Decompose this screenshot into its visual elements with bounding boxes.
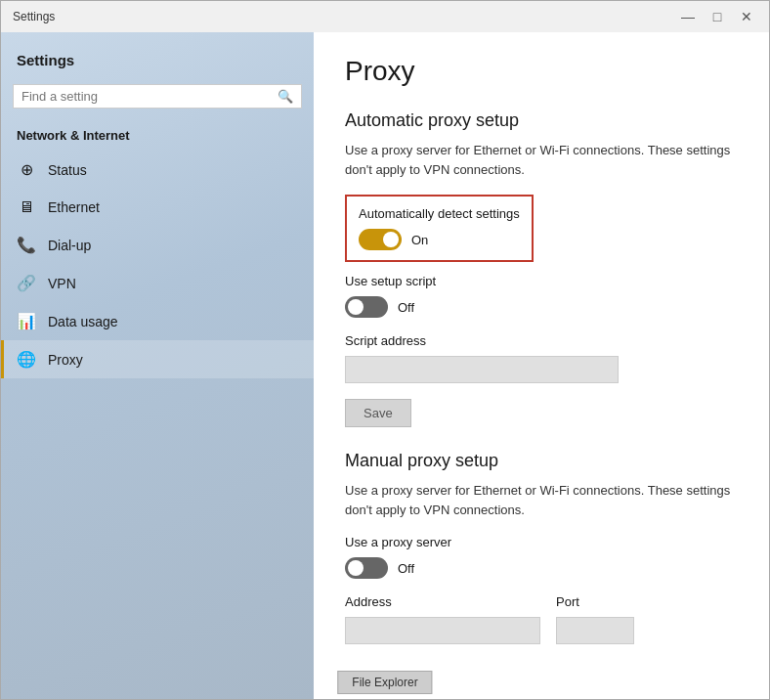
address-input[interactable] [345, 617, 540, 644]
port-label: Port [556, 594, 634, 609]
address-block: Address [345, 594, 540, 644]
address-label: Address [345, 594, 540, 609]
setup-script-toggle-row: Off [345, 296, 738, 318]
use-proxy-label: Use a proxy server [345, 535, 738, 549]
auto-detect-toggle[interactable] [359, 229, 402, 250]
settings-window: Settings — □ ✕ Settings 🔍 Network & Inte… [0, 0, 770, 700]
search-input[interactable] [21, 89, 278, 104]
setup-script-block: Use setup script Off [345, 274, 738, 318]
status-icon: ⊕ [17, 160, 36, 179]
sidebar-item-label: Status [48, 162, 87, 178]
save-button[interactable]: Save [345, 399, 411, 427]
use-proxy-toggle-label: Off [398, 561, 414, 576]
port-block: Port [556, 594, 634, 644]
taskbar-hint: File Explorer [337, 671, 432, 694]
ethernet-icon: 🖥 [17, 198, 36, 216]
script-address-input[interactable] [345, 356, 619, 383]
sidebar-item-dialup[interactable]: 📞 Dial-up [1, 226, 314, 264]
auto-detect-highlight: Automatically detect settings On [345, 195, 534, 262]
setup-script-toggle[interactable] [345, 296, 388, 318]
sidebar: Settings 🔍 Network & Internet ⊕ Status 🖥… [1, 32, 314, 699]
auto-detect-toggle-label: On [411, 233, 428, 247]
sidebar-item-label: Data usage [48, 314, 118, 329]
automatic-section-title: Automatic proxy setup [345, 110, 738, 131]
window-controls: — □ ✕ [677, 6, 757, 27]
manual-section-desc: Use a proxy server for Ethernet or Wi-Fi… [345, 481, 738, 519]
script-address-block: Script address [345, 333, 738, 383]
proxy-icon: 🌐 [17, 350, 36, 369]
page-title: Proxy [345, 56, 738, 87]
sidebar-item-label: VPN [48, 276, 76, 291]
auto-detect-toggle-row: On [359, 229, 520, 250]
address-port-row: Address Port [345, 594, 738, 644]
search-box[interactable]: 🔍 [13, 84, 302, 109]
use-proxy-toggle[interactable] [345, 557, 388, 579]
sidebar-item-label: Proxy [48, 352, 83, 368]
use-proxy-toggle-row: Off [345, 557, 738, 579]
sidebar-item-label: Dial-up [48, 238, 91, 253]
port-input[interactable] [556, 617, 634, 644]
data-usage-icon: 📊 [17, 312, 36, 330]
automatic-section-desc: Use a proxy server for Ethernet or Wi-Fi… [345, 141, 738, 179]
use-proxy-block: Use a proxy server Off [345, 535, 738, 579]
sidebar-item-data-usage[interactable]: 📊 Data usage [1, 302, 314, 340]
sidebar-title: Settings [1, 44, 314, 84]
sidebar-item-proxy[interactable]: 🌐 Proxy [1, 340, 314, 378]
window-title: Settings [13, 10, 55, 23]
vpn-icon: 🔗 [17, 274, 36, 292]
script-address-label: Script address [345, 333, 738, 348]
sidebar-item-label: Ethernet [48, 199, 100, 215]
close-button[interactable]: ✕ [736, 6, 757, 27]
dialup-icon: 📞 [17, 236, 36, 254]
search-icon: 🔍 [278, 89, 293, 104]
title-bar: Settings — □ ✕ [1, 1, 769, 32]
use-proxy-thumb [348, 560, 364, 576]
setup-script-thumb [348, 299, 364, 315]
auto-detect-label: Automatically detect settings [359, 206, 520, 221]
content-panel: Proxy Automatic proxy setup Use a proxy … [314, 32, 769, 699]
sidebar-item-status[interactable]: ⊕ Status [1, 151, 314, 189]
sidebar-item-vpn[interactable]: 🔗 VPN [1, 264, 314, 302]
setup-script-label: Use setup script [345, 274, 738, 288]
main-content: Settings 🔍 Network & Internet ⊕ Status 🖥… [1, 32, 769, 699]
auto-detect-thumb [383, 232, 399, 247]
setup-script-toggle-label: Off [398, 300, 414, 315]
sidebar-section-label: Network & Internet [1, 124, 314, 151]
sidebar-item-ethernet[interactable]: 🖥 Ethernet [1, 189, 314, 226]
minimize-button[interactable]: — [677, 6, 699, 27]
manual-section-title: Manual proxy setup [345, 451, 738, 471]
maximize-button[interactable]: □ [706, 6, 728, 27]
